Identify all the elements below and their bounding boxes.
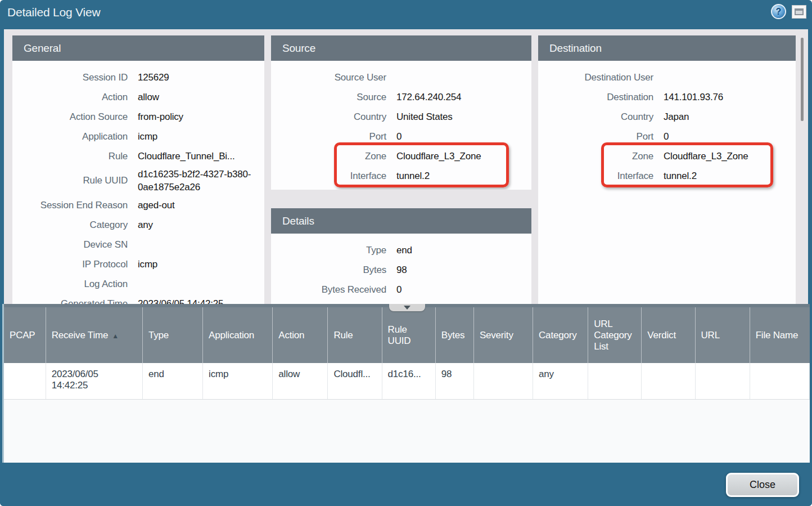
field-row: Destination 141.101.93.76 <box>538 87 796 107</box>
column-label: Severity <box>480 330 513 341</box>
field-label: Session ID <box>12 72 128 83</box>
vertical-scrollbar-thumb[interactable] <box>801 38 804 121</box>
log-table-header-row: PCAPReceive Time▲TypeApplicationActionRu… <box>4 307 810 363</box>
log-table-row[interactable]: 2023/06/05 14:42:25endicmpallowCloudfl..… <box>4 363 810 399</box>
column-header-bytes[interactable]: Bytes <box>435 307 473 363</box>
field-label: Destination User <box>538 72 653 83</box>
column-label: Action <box>278 330 304 341</box>
field-label: Log Action <box>12 279 128 290</box>
field-value: any <box>138 217 256 233</box>
general-panel-body: Session ID 125629 Action allow Action So… <box>12 61 264 304</box>
column-header-url-category-list[interactable]: URL Category List <box>588 307 642 363</box>
middle-column: Source Source User Source 172.64.240.254… <box>271 35 531 304</box>
column-header-action[interactable]: Action <box>273 307 328 363</box>
field-value: d1c16235-b2f2-4327-b380-0ae1875e2a26 <box>138 166 256 195</box>
column-header-severity[interactable]: Severity <box>473 307 533 363</box>
highlight-group: Zone Cloudflare_L3_Zone Interface tunnel… <box>271 146 531 186</box>
field-label: Session End Reason <box>12 200 128 211</box>
column-label: Verdict <box>647 330 676 341</box>
details-panel-title: Details <box>271 208 531 234</box>
log-cell-type: end <box>142 363 202 399</box>
field-label: Country <box>538 111 653 123</box>
field-row: Zone Cloudflare_L3_Zone <box>271 146 531 166</box>
details-panel: Details Type end Bytes 98 Bytes Received… <box>271 208 531 304</box>
details-panel-body: Type end Bytes 98 Bytes Received 0 <box>271 234 531 304</box>
log-cell-category: any <box>533 363 588 399</box>
column-label: Receive Time <box>52 330 109 341</box>
field-value: from-policy <box>138 109 256 125</box>
field-row: Type end <box>271 240 531 260</box>
field-label: Bytes Received <box>271 284 386 295</box>
log-detail-panels: General Session ID 125629 Action allow A… <box>4 29 808 304</box>
collapse-handle[interactable] <box>389 304 425 311</box>
field-label: Port <box>538 131 653 142</box>
column-label: Category <box>539 330 576 341</box>
field-row: Country Japan <box>538 107 796 127</box>
field-row: Application icmp <box>12 127 264 146</box>
log-cell-application: icmp <box>203 363 273 399</box>
destination-panel-body: Destination User Destination 141.101.93.… <box>538 61 796 304</box>
column-label: Bytes <box>441 330 465 341</box>
field-value: tunnel.2 <box>396 168 515 184</box>
field-row: Log Action <box>12 274 264 294</box>
field-label: Device SN <box>12 239 128 250</box>
log-cell-severity <box>473 363 533 399</box>
field-label: Port <box>271 131 386 142</box>
log-table-section: PCAPReceive Time▲TypeApplicationActionRu… <box>2 304 810 463</box>
field-row: Port 0 <box>538 127 796 146</box>
field-label: Rule <box>12 151 128 162</box>
column-label: URL Category List <box>594 319 631 352</box>
field-value: 0 <box>396 281 515 298</box>
field-label: Bytes <box>271 265 386 276</box>
vertical-scrollbar-track <box>801 37 805 297</box>
window-restore-icon[interactable] <box>792 5 806 19</box>
destination-panel: Destination Destination User Destination… <box>538 35 796 304</box>
log-cell-action: allow <box>273 363 328 399</box>
column-header-receive-time[interactable]: Receive Time▲ <box>46 307 142 363</box>
field-value: Japan <box>664 109 782 125</box>
field-value: 0 <box>396 128 515 145</box>
field-label: Category <box>12 220 128 231</box>
column-header-type[interactable]: Type <box>142 307 202 363</box>
help-icon[interactable]: ? <box>771 4 786 19</box>
highlight-group: Zone Cloudflare_L3_Zone Interface tunnel… <box>538 146 796 186</box>
column-header-application[interactable]: Application <box>203 307 273 363</box>
field-label: Interface <box>271 171 386 182</box>
source-panel-title: Source <box>271 35 531 61</box>
column-label: Application <box>209 330 254 341</box>
column-header-file-name[interactable]: File Name <box>750 307 809 363</box>
column-header-url[interactable]: URL <box>695 307 750 363</box>
field-row: Zone Cloudflare_L3_Zone <box>538 146 796 166</box>
general-panel: General Session ID 125629 Action allow A… <box>12 35 264 304</box>
column-header-pcap[interactable]: PCAP <box>4 307 46 363</box>
log-cell-receive-time: 2023/06/05 14:42:25 <box>46 363 142 399</box>
log-entries-table: PCAPReceive Time▲TypeApplicationActionRu… <box>4 307 810 400</box>
field-row: Session End Reason aged-out <box>12 195 264 215</box>
column-header-rule-uuid[interactable]: Rule UUID <box>382 307 435 363</box>
log-cell-pcap <box>4 363 46 399</box>
close-button[interactable]: Close <box>726 473 799 497</box>
field-value: icmp <box>138 256 256 272</box>
titlebar-icons: ? <box>771 4 806 19</box>
column-header-verdict[interactable]: Verdict <box>642 307 695 363</box>
log-cell-rule-uuid: d1c16... <box>382 363 435 399</box>
field-row: IP Protocol icmp <box>12 254 264 274</box>
field-label: Destination <box>538 92 653 103</box>
field-label: Application <box>12 131 128 142</box>
column-header-rule[interactable]: Rule <box>328 307 382 363</box>
window-glyph <box>795 8 804 15</box>
log-cell-rule: Cloudfl... <box>328 363 382 399</box>
field-value <box>664 76 782 79</box>
column-header-category[interactable]: Category <box>533 307 588 363</box>
field-value: 141.101.93.76 <box>664 89 782 105</box>
field-row: Generated Time 2023/06/05 14:42:25 <box>12 294 264 304</box>
field-label: Type <box>271 245 386 256</box>
dialog-footer: Close <box>0 463 812 506</box>
field-row: Destination User <box>538 68 796 87</box>
field-value: aged-out <box>138 197 256 213</box>
field-value: 172.64.240.254 <box>396 89 515 105</box>
general-panel-title: General <box>12 35 264 61</box>
field-row: Action allow <box>12 87 264 107</box>
field-row: Device SN <box>12 235 264 254</box>
field-value: Cloudflare_L3_Zone <box>396 148 515 164</box>
